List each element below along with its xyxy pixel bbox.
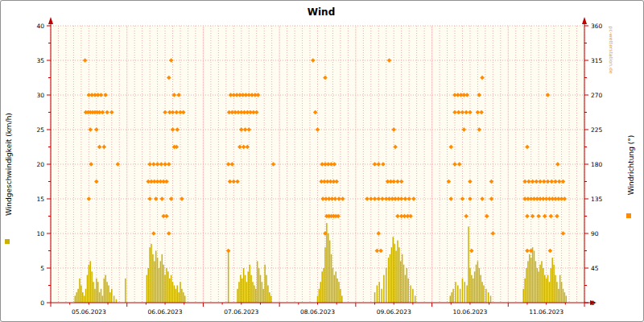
chart-title: Wind: [308, 6, 335, 18]
left-tick-label: 25: [36, 126, 44, 134]
wind-speed-bar: [524, 279, 526, 303]
wind-speed-bar: [473, 279, 474, 303]
wind-speed-bar: [476, 265, 477, 303]
wind-speed-bar: [90, 261, 92, 303]
left-tick-label: 20: [36, 161, 44, 168]
wind-speed-bar: [452, 289, 454, 303]
wind-speed-bar: [77, 289, 79, 303]
wind-speed-bar: [270, 295, 272, 303]
wind-speed-bar: [147, 268, 149, 303]
wind-speed-bar: [257, 261, 258, 303]
wind-speed-bar: [254, 286, 255, 303]
wind-speed-bar: [450, 295, 452, 303]
wind-speed-bar: [469, 268, 471, 303]
date-label: 09.06.2023: [377, 308, 411, 316]
wind-speed-bar: [260, 275, 262, 303]
wind-speed-bar: [147, 275, 148, 303]
wind-speed-bar: [490, 295, 492, 303]
wind-chart-window: 0510152025303540045901351802252703153600…: [0, 0, 644, 322]
wind-speed-bar: [323, 268, 324, 303]
wind-speed-bar: [250, 275, 252, 303]
wind-speed-bar: [402, 254, 403, 303]
wind-speed-bar: [547, 275, 549, 303]
left-tick-label: 30: [36, 92, 44, 99]
wind-speed-bar: [462, 279, 464, 303]
date-label: 05.06.2023: [72, 308, 106, 316]
wind-speed-bar: [99, 292, 101, 303]
wind-speed-bar: [252, 282, 254, 303]
wind-speed-bar: [162, 254, 163, 303]
wind-speed-bar: [395, 251, 397, 303]
wind-speed-bar: [464, 282, 466, 303]
wind-speed-bar: [237, 289, 238, 303]
wind-speed-bar: [555, 275, 556, 303]
wind-speed-bar: [114, 295, 115, 303]
wind-speed-bar: [258, 268, 260, 303]
wind-speed-bar: [111, 289, 113, 303]
watermark-text: pc-wetterstation.de: [608, 27, 614, 74]
wind-speed-bar: [558, 289, 559, 303]
wind-speed-bar: [451, 292, 452, 303]
date-label: 08.06.2023: [300, 308, 335, 316]
wind-speed-bar: [534, 251, 535, 303]
wind-speed-bar: [468, 226, 469, 303]
wind-speed-bar: [79, 279, 80, 303]
wind-speed-bar: [102, 295, 104, 303]
wind-speed-bar: [169, 279, 171, 303]
left-tick-label: 35: [36, 57, 44, 64]
wind-speed-bar: [377, 286, 378, 303]
wind-speed-bar: [549, 282, 551, 303]
wind-speed-bar: [403, 265, 405, 303]
right-tick-label: 90: [591, 230, 599, 237]
wind-speed-bar: [480, 275, 481, 303]
left-axis-title: Windgeschwindigkeit (km/h): [5, 113, 13, 216]
wind-speed-bar: [248, 271, 250, 303]
wind-speed-bar: [386, 268, 387, 303]
wind-speed-bar: [96, 279, 97, 303]
wind-speed-bar: [383, 275, 385, 303]
wind-speed-bar: [400, 261, 402, 303]
wind-speed-bar: [566, 295, 568, 303]
wind-speed-bar: [104, 279, 105, 303]
wind-speed-bar: [76, 292, 77, 303]
wind-speed-bar: [522, 289, 524, 303]
wind-speed-bar: [374, 292, 376, 303]
wind-speed-bar: [388, 258, 390, 303]
wind-speed-bar: [266, 275, 267, 303]
wind-speed-bar: [184, 295, 186, 303]
left-tick-label: 40: [36, 23, 44, 30]
wind-speed-bar: [561, 282, 563, 303]
wind-speed-bar: [80, 286, 82, 303]
wind-speed-bar: [391, 247, 393, 303]
wind-speed-bar: [155, 251, 157, 303]
wind-speed-bar: [412, 289, 414, 303]
wind-speed-bar: [89, 265, 90, 303]
wind-speed-bar: [541, 261, 543, 303]
wind-speed-bar: [341, 295, 343, 303]
wind-speed-bar: [332, 268, 334, 303]
wind-speed-bar: [535, 261, 537, 303]
wind-speed-bar: [242, 279, 243, 303]
right-axis-title: Windrichtung (°): [627, 135, 635, 196]
wind-speed-bar: [317, 295, 319, 303]
right-axis-arrow: [582, 17, 587, 24]
wind-speed-bar: [264, 265, 266, 303]
wind-speed-bar: [527, 261, 529, 303]
wind-speed-bar: [537, 268, 539, 303]
wind-speed-bar: [407, 279, 409, 303]
wind-speed-bar: [174, 286, 175, 303]
wind-speed-bar: [249, 265, 250, 303]
wind-speed-bar: [228, 251, 229, 303]
date-label: 10.06.2023: [452, 308, 487, 316]
wind-speed-bar: [326, 223, 328, 303]
left-tick-label: 15: [36, 196, 44, 203]
wind-speed-bar: [471, 275, 473, 303]
wind-speed-bar: [109, 292, 111, 303]
right-tick-label: 270: [591, 92, 603, 99]
wind-speed-bar: [94, 289, 96, 303]
wind-speed-bar: [164, 275, 166, 303]
wind-speed-legend-marker: [5, 239, 10, 244]
wind-speed-bar: [75, 295, 76, 303]
wind-speed-bar: [329, 241, 331, 303]
wind-speed-bar: [125, 279, 126, 303]
